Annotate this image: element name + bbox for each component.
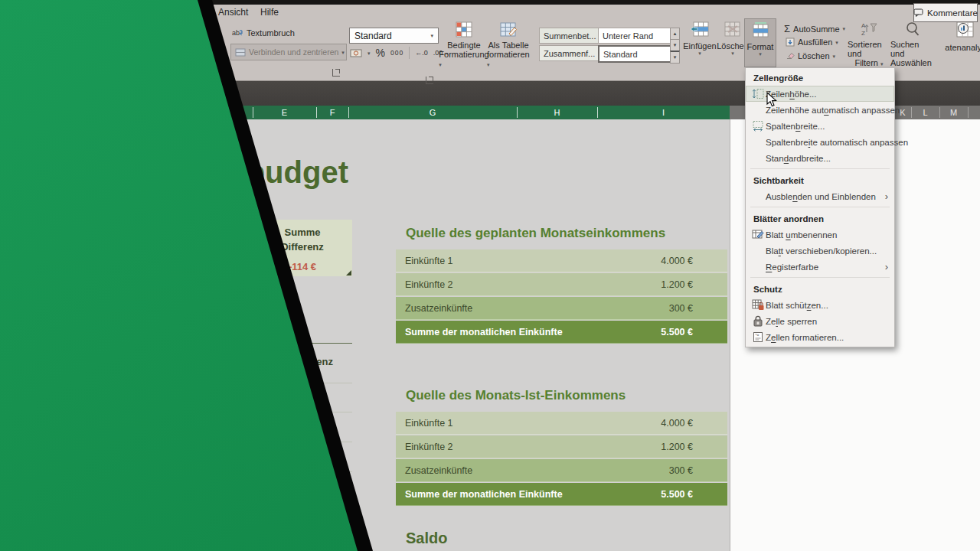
currency-format-icon[interactable] xyxy=(350,48,362,58)
fill-icon xyxy=(786,37,795,47)
menu-item-label: Zelle sperren xyxy=(766,317,894,326)
insert-cells-button[interactable]: Einfügen ▾ xyxy=(684,21,716,56)
table-row[interactable]: Summe der monatlichen Einkünfte5.500 € xyxy=(396,483,727,506)
table-heading: Quelle des Monats-Ist-Einkommens xyxy=(406,388,626,403)
menu-item-label: Registerfarbe xyxy=(766,262,894,272)
fill-button[interactable]: Ausfüllen▾ xyxy=(786,37,838,47)
number-format-value: Standard xyxy=(354,31,392,41)
number-dialog-launcher[interactable] xyxy=(426,77,433,84)
format-as-table-button[interactable]: Als Tabelle formatieren ▾ xyxy=(487,21,530,68)
table-row[interactable]: Einkünfte 21.200 € xyxy=(396,273,727,296)
cell-style-unterer-rand[interactable]: Unterer Rand xyxy=(598,28,676,44)
styles-scroll-up[interactable]: ▴ xyxy=(670,28,680,40)
cell-style-zusammenfassung[interactable]: Zusammenf... xyxy=(539,45,603,61)
menu-section-header: Zellengröße xyxy=(746,70,894,86)
row-value: 4.000 € xyxy=(661,418,693,429)
table-row[interactable]: Einkünfte 14.000 € xyxy=(396,249,727,272)
alignment-dialog-launcher[interactable] xyxy=(332,69,340,77)
row-value: 4.000 € xyxy=(661,256,693,266)
comments-label: Kommentare xyxy=(927,8,978,18)
data-analysis-label: Datenanalyse xyxy=(945,43,980,52)
column-header-i[interactable]: I xyxy=(597,106,730,119)
row-value: 5.500 € xyxy=(661,327,693,337)
cell-style-summenbetrag[interactable]: Summenbet... xyxy=(539,28,603,44)
data-analysis-icon xyxy=(955,21,975,39)
lock-icon xyxy=(750,315,766,328)
menu-section-header: Sichtbarkeit xyxy=(746,172,894,188)
menu-item-zelle-sperren[interactable]: Zelle sperren xyxy=(746,313,894,329)
increase-decimal-button[interactable]: ←.0 xyxy=(415,49,428,57)
search-icon xyxy=(905,21,920,37)
find-select-button[interactable]: Suchen und Auswählen ▾ xyxy=(890,21,935,77)
column-header-l[interactable]: L xyxy=(911,106,939,119)
menu-item-registerfarbe[interactable]: Registerfarbe› xyxy=(746,259,894,275)
conditional-formatting-label2: Formatierung xyxy=(439,50,488,59)
menu-item-label: Blatt umbenennen xyxy=(766,230,894,240)
svg-text:ab: ab xyxy=(232,29,240,37)
number-format-combo[interactable]: Standard ▾ xyxy=(349,28,439,44)
tab-hilfe[interactable]: Hilfe xyxy=(260,7,279,18)
row-label: Einkünfte 2 xyxy=(405,442,453,452)
column-boundary-line xyxy=(730,119,730,551)
styles-scroll-down[interactable]: ▾ xyxy=(670,39,680,51)
comma-style-button[interactable]: 000 xyxy=(390,49,403,57)
number-buttons-row: ▾ % 000 ←.0 .00→ xyxy=(350,47,449,59)
row-label: Zusatzeinkünfte xyxy=(405,303,472,314)
column-header-e[interactable]: E xyxy=(253,106,316,119)
small-divider xyxy=(409,47,410,59)
menu-item-label: Zellen formatieren... xyxy=(766,333,894,342)
saldo-heading: Saldo xyxy=(406,530,447,547)
menu-item-blatt-verschieben-kopieren[interactable]: Blatt verschieben/kopieren... xyxy=(746,243,894,259)
merge-center-button[interactable]: Verbinden und zentrieren ▾ xyxy=(230,44,347,60)
comments-button[interactable]: Kommentare xyxy=(913,3,978,22)
percent-style-button[interactable]: % xyxy=(376,47,385,59)
styles-more-button[interactable]: ▾ xyxy=(670,51,680,64)
table-row[interactable]: Summe der monatlichen Einkünfte5.500 € xyxy=(396,321,727,344)
menu-item-spaltenbreite[interactable]: Spaltenbreite... xyxy=(746,118,894,134)
menu-separator xyxy=(750,207,890,207)
clear-button[interactable]: Löschen▾ xyxy=(786,51,835,60)
wrap-text-button[interactable]: ab Textumbruch xyxy=(232,28,295,37)
column-header-f[interactable]: F xyxy=(316,106,348,119)
column-header-g[interactable]: G xyxy=(348,106,517,119)
clear-icon xyxy=(786,51,795,60)
column-header-m[interactable]: M xyxy=(939,106,968,119)
cell-style-standard[interactable]: Standard xyxy=(598,45,678,63)
menu-item-label: Zeilenhöhe automatisch anpassen xyxy=(766,106,900,115)
table-row[interactable]: Zusatzeinkünfte300 € xyxy=(396,297,727,320)
submenu-arrow-icon: › xyxy=(885,191,888,202)
table-row[interactable]: Einkünfte 14.000 € xyxy=(396,412,727,435)
comment-icon xyxy=(913,8,923,17)
tab-ansicht[interactable]: Ansicht xyxy=(218,7,248,18)
merge-cells-icon xyxy=(235,48,246,57)
delete-cells-button[interactable]: Löschen ▾ xyxy=(717,21,748,56)
format-icon xyxy=(750,21,770,38)
conditional-formatting-button[interactable]: Bedingte Formatierung ▾ xyxy=(443,21,485,68)
menu-item-blatt-umbenennen[interactable]: Blatt umbenennen xyxy=(746,227,894,243)
format-label: Format xyxy=(747,42,774,51)
row-label: Einkünfte 1 xyxy=(405,256,453,266)
menu-item-zellen-formatieren[interactable]: °=Zellen formatieren... xyxy=(746,329,894,345)
autosum-button[interactable]: ΣAutoSumme▾ xyxy=(784,23,845,34)
column-separator xyxy=(316,107,317,118)
svg-text:Z: Z xyxy=(861,30,865,37)
menu-item-blatt-schützen[interactable]: Blatt schützen... xyxy=(746,297,894,313)
delete-cells-icon xyxy=(723,21,743,37)
merge-center-label: Verbinden und zentrieren xyxy=(249,47,338,57)
sort-filter-button[interactable]: AZ Sortieren und Filtern ▾ xyxy=(848,21,890,67)
format-button[interactable]: Format ▾ xyxy=(744,18,776,67)
column-header-h[interactable]: H xyxy=(517,106,597,119)
menu-item-ausblenden-und-einblenden[interactable]: Ausblenden und Einblenden› xyxy=(746,188,894,204)
menu-separator xyxy=(750,277,890,278)
row-height-icon xyxy=(750,88,766,100)
row-value: 300 € xyxy=(669,303,693,314)
table-row[interactable]: Einkünfte 21.200 € xyxy=(396,435,727,458)
svg-text:°=: °= xyxy=(756,333,760,337)
menu-item-spaltenbreite-automatisch-anpassen[interactable]: Spaltenbreite automatisch anpassen xyxy=(746,134,894,150)
format-cells-icon: °= xyxy=(750,331,766,344)
data-analysis-button[interactable]: Datenanalyse xyxy=(945,21,980,52)
menu-item-standardbreite[interactable]: Standardbreite... xyxy=(746,150,894,166)
protect-sheet-icon xyxy=(750,299,766,311)
table-row[interactable]: Zusatzeinkünfte300 € xyxy=(396,459,727,482)
menu-item-label: Blatt verschieben/kopieren... xyxy=(766,246,894,256)
